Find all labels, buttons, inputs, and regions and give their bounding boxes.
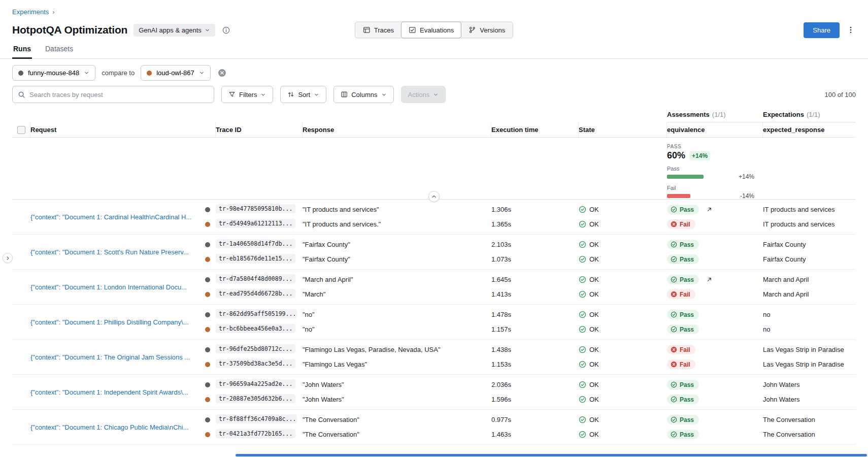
assessment-badge[interactable]: Pass <box>667 380 699 389</box>
request-link[interactable]: {"context": "Document 1: Phillips Distil… <box>30 318 189 326</box>
trace-id-pill[interactable]: tr-0421a3fd772b165... <box>216 429 295 438</box>
assessment-badge[interactable]: Fail <box>667 219 695 229</box>
share-button[interactable]: Share <box>804 22 840 38</box>
trace-row[interactable]: tr-862dd95aff505199... "no" 1.478s OK Pa… <box>216 307 856 322</box>
request-link[interactable]: {"context": "Document 1: Cardinal Health… <box>30 213 191 221</box>
info-icon[interactable] <box>221 25 231 35</box>
trace-id-pill[interactable]: tr-98e47785095810b... <box>216 204 295 213</box>
chevron-down-icon <box>314 92 319 97</box>
trace-id-pill[interactable]: tr-d54949a61212113... <box>216 219 295 228</box>
ok-check-icon <box>579 255 586 263</box>
state-label: OK <box>589 220 599 228</box>
request-link[interactable]: {"context": "Document 1: Independent Spi… <box>30 388 188 396</box>
open-trace-icon[interactable] <box>706 276 713 283</box>
execution-time: 1.463s <box>491 431 579 438</box>
assessment-badge[interactable]: Pass <box>667 430 699 439</box>
trace-id-pill[interactable]: tr-96dfe25bd80712c... <box>216 344 295 353</box>
pass-check-icon <box>671 381 677 388</box>
search-box <box>12 86 214 103</box>
run-dot <box>205 327 210 332</box>
expected-response-text: IT products and services <box>763 206 856 213</box>
tab-evaluations[interactable]: Evaluations <box>401 22 461 39</box>
breadcrumb-experiments-link[interactable]: Experiments <box>12 8 49 16</box>
kebab-menu-icon[interactable] <box>846 25 856 35</box>
trace-id-pill[interactable]: tr-ead795d4d66728b... <box>216 289 295 298</box>
assessments-group-header: Assessments (1/1) <box>667 107 763 122</box>
compare-to-label: compare to <box>102 69 135 77</box>
collapse-summary-button[interactable] <box>428 191 440 202</box>
request-link[interactable]: {"context": "Document 1: London Internat… <box>30 283 187 291</box>
trace-id-pill[interactable]: tr-96659a4a225ad2e... <box>216 379 295 388</box>
assessment-badge[interactable]: Pass <box>667 395 699 404</box>
trace-id-pill[interactable]: tr-d7a5804f48d0089... <box>216 274 295 283</box>
trace-row[interactable]: tr-96dfe25bd80712c... "Flamingo Las Vega… <box>216 342 856 357</box>
ok-check-icon <box>579 416 586 423</box>
trace-row[interactable]: tr-8f88ff36c4709a8c... "The Conversation… <box>216 412 856 427</box>
trace-row[interactable]: tr-0421a3fd772b165... "The Conversation"… <box>216 427 856 442</box>
state-badge: OK <box>579 206 667 213</box>
columns-button[interactable]: Columns <box>333 86 393 103</box>
request-link[interactable]: {"context": "Document 1: Chicago Public … <box>30 423 189 431</box>
trace-id-pill[interactable]: tr-1a406508d14f7db... <box>216 239 295 248</box>
filters-button[interactable]: Filters <box>221 86 273 103</box>
assessment-badge[interactable]: Fail <box>667 345 695 354</box>
trace-row[interactable]: tr-d54949a61212113... "IT products and s… <box>216 217 856 232</box>
trace-id-pill[interactable]: tr-20887e305d632b6... <box>216 394 295 403</box>
run-a-name: funny-mouse-848 <box>28 69 79 77</box>
remove-compare-icon[interactable] <box>217 68 227 78</box>
assessment-label: Fail <box>680 361 690 368</box>
assessment-badge[interactable]: Pass <box>667 415 699 425</box>
trace-row[interactable]: tr-d7a5804f48d0089... "March and April" … <box>216 272 856 287</box>
run-selector-b[interactable]: loud-owl-867 <box>141 65 210 81</box>
open-trace-icon[interactable] <box>706 206 713 213</box>
trace-row[interactable]: tr-37509bd38ac3e5d... "Flamingo Las Vega… <box>216 357 856 372</box>
filter-funnel-icon <box>228 91 236 98</box>
assessment-badge[interactable]: Pass <box>667 205 699 214</box>
request-link[interactable]: {"context": "Document 1: The Original Ja… <box>30 353 190 361</box>
trace-id-pill[interactable]: tr-862dd95aff505199... <box>216 309 297 318</box>
pass-check-icon <box>671 416 677 423</box>
sort-button[interactable]: Sort <box>280 86 326 103</box>
trace-id-pill[interactable]: tr-37509bd38ac3e5d... <box>216 359 295 368</box>
actions-button[interactable]: Actions <box>401 86 446 103</box>
tab-traces[interactable]: Traces <box>355 22 402 38</box>
response-text: "Fairfax County" <box>303 255 491 263</box>
assessment-badge[interactable]: Pass <box>667 254 699 264</box>
tab-versions[interactable]: Versions <box>461 22 513 38</box>
select-all-checkbox[interactable] <box>17 126 25 134</box>
trace-id-pill[interactable]: tr-bc6bbeea456e0a3... <box>216 324 295 333</box>
run-dot <box>205 207 210 212</box>
assessment-badge[interactable]: Pass <box>667 275 699 284</box>
column-header-expected-response: expected_response <box>763 122 856 137</box>
trace-id-pill[interactable]: tr-8f88ff36c4709a8c... <box>216 414 297 423</box>
trace-row[interactable]: tr-1a406508d14f7db... "Fairfax County" 2… <box>216 237 856 252</box>
trace-row[interactable]: tr-98e47785095810b... "IT products and s… <box>216 202 856 217</box>
assessment-cell: Fail <box>667 360 763 369</box>
request-cell: {"context": "Document 1: Independent Spi… <box>30 377 216 407</box>
state-label: OK <box>589 431 599 438</box>
tab-datasets[interactable]: Datasets <box>44 41 74 59</box>
state-badge: OK <box>579 241 667 248</box>
horizontal-scrollbar[interactable] <box>236 454 867 456</box>
trace-row[interactable]: tr-ead795d4d66728b... "March" 1.413s OK … <box>216 287 856 302</box>
assessment-cell: Pass <box>667 254 763 264</box>
expected-response-text: The Conversation <box>763 416 856 423</box>
assessment-badge[interactable]: Pass <box>667 324 699 334</box>
sidebar-expand-button[interactable] <box>3 253 13 263</box>
trace-id-pill[interactable]: tr-eb185676de11e15... <box>216 254 295 263</box>
request-link[interactable]: {"context": "Document 1: Scott's Run Nat… <box>30 248 189 256</box>
request-cell: {"context": "Document 1: London Internat… <box>30 272 216 302</box>
assessment-badge[interactable]: Fail <box>667 360 695 369</box>
trace-row[interactable]: tr-eb185676de11e15... "Fairfax County" 1… <box>216 252 856 267</box>
trace-row[interactable]: tr-bc6bbeea456e0a3... "no" 1.157s OK Pas… <box>216 322 856 337</box>
assessment-badge[interactable]: Pass <box>667 240 699 249</box>
tab-runs[interactable]: Runs <box>12 41 32 59</box>
trace-row[interactable]: tr-20887e305d632b6... "John Waters" 1.59… <box>216 392 856 407</box>
assessment-badge[interactable]: Fail <box>667 289 695 299</box>
experiment-type-badge[interactable]: GenAI apps & agents <box>133 24 215 37</box>
trace-row[interactable]: tr-96659a4a225ad2e... "John Waters" 2.03… <box>216 377 856 392</box>
run-b-dot <box>147 71 152 76</box>
run-selector-a[interactable]: funny-mouse-848 <box>12 65 95 81</box>
search-input[interactable] <box>29 91 209 99</box>
assessment-badge[interactable]: Pass <box>667 310 699 319</box>
